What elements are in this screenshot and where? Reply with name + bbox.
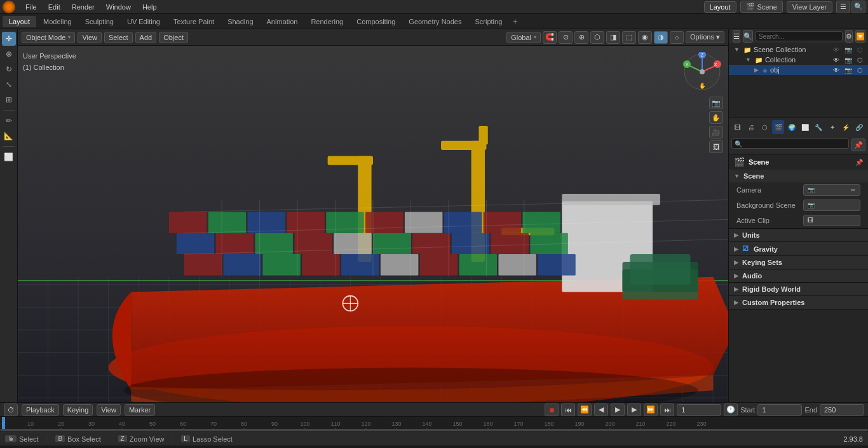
outliner-obj[interactable]: ▶ ◈ obj 👁 📷 ⬡ bbox=[729, 65, 868, 75]
custom-props-header[interactable]: ▶ Custom Properties bbox=[729, 296, 868, 309]
render-props-icon[interactable]: 🎞 bbox=[731, 120, 743, 134]
filter-icon[interactable]: ☰ bbox=[836, 1, 850, 13]
obj-hide-icon[interactable]: 👁 bbox=[833, 67, 839, 74]
rotate-tool[interactable]: ↻ bbox=[2, 62, 16, 76]
outliner-scene-collection[interactable]: ▼ 📁 Scene Collection 👁 📷 ⬡ bbox=[729, 44, 868, 55]
search-top-icon[interactable]: 🔍 bbox=[851, 1, 865, 13]
tab-compositing[interactable]: Compositing bbox=[350, 16, 402, 27]
scene-props-pin-icon[interactable]: 📌 bbox=[855, 159, 863, 166]
annotate-tool[interactable]: ✏ bbox=[2, 114, 16, 128]
collection-render-icon[interactable]: ⬡ bbox=[857, 57, 863, 64]
scene-props-icon[interactable]: 🎬 bbox=[772, 120, 784, 134]
scene-selector[interactable]: 🎬 Scene bbox=[740, 1, 783, 13]
show-gizmos-icon[interactable]: ⊕ bbox=[574, 31, 588, 44]
current-frame-field[interactable]: 1 bbox=[677, 404, 721, 416]
scene-collection-camera[interactable]: 📷 bbox=[844, 46, 852, 53]
menu-file[interactable]: File bbox=[20, 2, 42, 12]
jump-end-btn[interactable]: ⏭ bbox=[660, 404, 674, 416]
camera-video-icon[interactable]: 🎥 bbox=[709, 126, 723, 139]
keying-sets-header[interactable]: ▶ Keying Sets bbox=[729, 256, 868, 269]
physics-props-icon[interactable]: ⚡ bbox=[839, 120, 851, 134]
tab-uv-editing[interactable]: UV Editing bbox=[121, 16, 166, 27]
record-btn[interactable]: ⏺ bbox=[545, 404, 559, 416]
add-cube-tool[interactable]: ⬜ bbox=[2, 150, 16, 164]
menu-help[interactable]: Help bbox=[137, 2, 162, 12]
options-button[interactable]: Options ▾ bbox=[686, 31, 724, 43]
transform-tool[interactable]: ⊞ bbox=[2, 93, 16, 107]
end-frame-field[interactable]: 250 bbox=[820, 404, 864, 416]
scene-section-header[interactable]: ▼ Scene bbox=[729, 170, 868, 182]
scene-collection-filter[interactable]: ⬡ bbox=[857, 46, 863, 53]
move-tool[interactable]: ⊕ bbox=[2, 47, 16, 61]
props-search-input[interactable] bbox=[731, 139, 849, 149]
transform-dropdown[interactable]: Global ▾ bbox=[506, 32, 541, 43]
playback-menu[interactable]: Playback bbox=[22, 404, 59, 416]
start-frame-field[interactable]: 1 bbox=[757, 404, 802, 416]
obj-select-icon[interactable]: 📷 bbox=[844, 67, 852, 74]
tab-geometry-nodes[interactable]: Geometry Nodes bbox=[402, 16, 468, 27]
object-menu[interactable]: Object bbox=[159, 32, 188, 43]
output-props-icon[interactable]: 🖨 bbox=[745, 120, 757, 134]
camera-edit-icon[interactable]: ✏ bbox=[851, 187, 856, 193]
gravity-checkbox[interactable]: ☑ bbox=[742, 245, 749, 253]
rigid-body-header[interactable]: ▶ Rigid Body World bbox=[729, 283, 868, 295]
tab-shading[interactable]: Shading bbox=[221, 16, 259, 27]
tab-rendering[interactable]: Rendering bbox=[304, 16, 349, 27]
timeline-editor-icon[interactable]: ⏱ bbox=[4, 404, 18, 416]
play-btn[interactable]: ▶ bbox=[611, 404, 625, 416]
menu-window[interactable]: Window bbox=[101, 2, 136, 12]
next-frame-btn[interactable]: ⏩ bbox=[644, 404, 658, 416]
units-section-header[interactable]: ▶ Units bbox=[729, 229, 868, 241]
prev-keyframe-btn[interactable]: ◀ bbox=[594, 404, 608, 416]
menu-edit[interactable]: Edit bbox=[43, 2, 65, 12]
fps-clock-icon[interactable]: 🕐 bbox=[724, 404, 738, 416]
tab-modeling[interactable]: Modeling bbox=[37, 16, 78, 27]
tab-animation[interactable]: Animation bbox=[261, 16, 304, 27]
prev-frame-btn[interactable]: ⏪ bbox=[578, 404, 592, 416]
particles-props-icon[interactable]: ✦ bbox=[826, 120, 838, 134]
tab-scripting[interactable]: Scripting bbox=[468, 16, 508, 27]
view-layer-props-icon[interactable]: ⬡ bbox=[759, 120, 771, 134]
collection-select-icon[interactable]: 📷 bbox=[844, 57, 852, 64]
snap-icon[interactable]: 🧲 bbox=[543, 31, 557, 44]
object-props-icon[interactable]: ⬜ bbox=[799, 120, 811, 134]
rendered-shading[interactable]: ○ bbox=[670, 31, 684, 44]
outliner-options-icon[interactable]: ⚙ bbox=[845, 30, 853, 43]
next-keyframe-btn[interactable]: ▶ bbox=[627, 404, 641, 416]
gravity-section-header[interactable]: ▶ ☑ Gravity bbox=[729, 242, 868, 255]
view-menu-timeline[interactable]: View bbox=[97, 404, 121, 416]
scene-collection-eye[interactable]: 👁 bbox=[833, 46, 839, 53]
cursor-tool[interactable]: ✛ bbox=[2, 32, 16, 46]
view-layer-selector[interactable]: View Layer bbox=[787, 1, 832, 13]
props-pin-icon[interactable]: 📌 bbox=[851, 139, 865, 151]
world-props-icon[interactable]: 🌍 bbox=[785, 120, 797, 134]
camera-view-icon[interactable]: 📷 bbox=[709, 97, 723, 109]
obj-render-icon[interactable]: ⬡ bbox=[857, 67, 863, 74]
view-menu[interactable]: View bbox=[78, 32, 102, 43]
object-mode-dropdown[interactable]: Object Mode ▾ bbox=[22, 32, 75, 43]
tab-layout[interactable]: Layout bbox=[3, 16, 36, 27]
add-workspace-button[interactable]: + bbox=[509, 15, 522, 27]
viewport-canvas[interactable]: User Perspective (1) Collection X Y bbox=[18, 46, 728, 402]
measure-tool[interactable]: 📐 bbox=[2, 129, 16, 143]
render-icon[interactable]: 🖼 bbox=[709, 140, 723, 153]
outliner-search[interactable] bbox=[756, 31, 843, 41]
active-clip-field[interactable]: 🎞 bbox=[803, 215, 860, 226]
constraints-props-icon[interactable]: 🔗 bbox=[853, 120, 865, 134]
timeline-scrollbar[interactable] bbox=[0, 429, 868, 431]
wireframe-shading[interactable]: ⬚ bbox=[622, 31, 636, 44]
outliner-mode-icon[interactable]: ☰ bbox=[733, 30, 740, 43]
timeline-ruler[interactable]: 0 10 20 30 40 50 60 70 80 90 100 110 120… bbox=[0, 417, 868, 431]
audio-header[interactable]: ▶ Audio bbox=[729, 269, 868, 282]
outliner-filter-icon[interactable]: 🔍 bbox=[743, 30, 753, 43]
menu-render[interactable]: Render bbox=[67, 2, 100, 12]
camera-field[interactable]: 📷 ✏ bbox=[803, 184, 860, 196]
jump-start-btn[interactable]: ⏮ bbox=[561, 404, 575, 416]
add-menu[interactable]: Add bbox=[135, 32, 157, 43]
show-overlays-icon[interactable]: ⬡ bbox=[590, 31, 604, 44]
collection-hide-icon[interactable]: 👁 bbox=[833, 57, 839, 64]
scale-tool[interactable]: ⤡ bbox=[2, 78, 16, 92]
pan-icon[interactable]: ✋ bbox=[709, 111, 723, 124]
tab-texture-paint[interactable]: Texture Paint bbox=[167, 16, 220, 27]
tab-sculpting[interactable]: Sculpting bbox=[79, 16, 120, 27]
